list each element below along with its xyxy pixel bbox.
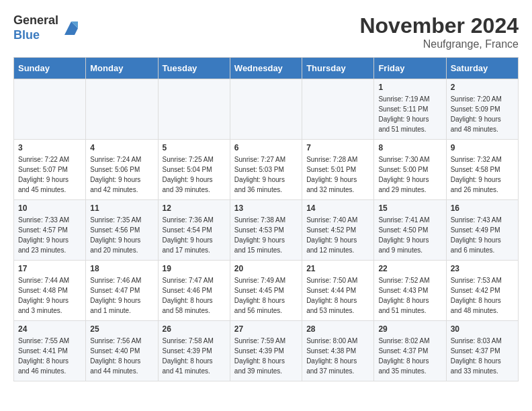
day-number: 16 [451, 203, 514, 213]
day-number: 26 [163, 324, 226, 334]
location: Neufgrange, France [359, 38, 519, 50]
day-number: 13 [234, 203, 298, 213]
day-number: 24 [18, 324, 81, 334]
calendar-cell: 9Sunrise: 7:32 AMSunset: 4:58 PMDaylight… [446, 140, 518, 200]
day-number: 9 [451, 143, 514, 152]
day-number: 6 [234, 143, 298, 152]
day-info: Sunrise: 7:46 AMSunset: 4:47 PMDaylight:… [90, 275, 153, 316]
day-number: 19 [163, 264, 226, 273]
calendar-cell: 30Sunrise: 8:03 AMSunset: 4:37 PMDayligh… [446, 321, 518, 381]
day-number: 23 [451, 264, 514, 273]
day-number: 3 [18, 143, 81, 152]
day-number: 4 [90, 143, 153, 152]
logo-general: General [13, 13, 58, 27]
col-header-sunday: Sunday [14, 58, 86, 79]
calendar-cell [302, 79, 374, 140]
day-info: Sunrise: 8:00 AMSunset: 4:38 PMDaylight:… [306, 336, 369, 376]
calendar-cell: 5Sunrise: 7:25 AMSunset: 5:04 PMDaylight… [158, 140, 230, 200]
calendar-cell: 4Sunrise: 7:24 AMSunset: 5:06 PMDaylight… [86, 140, 158, 200]
day-number: 18 [90, 264, 153, 273]
calendar-table: SundayMondayTuesdayWednesdayThursdayFrid… [13, 57, 519, 381]
calendar-cell [14, 79, 86, 140]
day-number: 22 [378, 264, 441, 273]
col-header-wednesday: Wednesday [230, 58, 302, 79]
day-info: Sunrise: 8:03 AMSunset: 4:37 PMDaylight:… [451, 336, 514, 376]
calendar-cell: 13Sunrise: 7:38 AMSunset: 4:53 PMDayligh… [230, 200, 302, 261]
day-info: Sunrise: 7:33 AMSunset: 4:57 PMDaylight:… [18, 215, 81, 255]
logo: General Blue [13, 13, 81, 42]
day-info: Sunrise: 7:55 AMSunset: 4:41 PMDaylight:… [18, 336, 81, 376]
day-number: 5 [163, 143, 226, 152]
day-info: Sunrise: 7:38 AMSunset: 4:53 PMDaylight:… [234, 215, 298, 255]
day-info: Sunrise: 7:25 AMSunset: 5:04 PMDaylight:… [163, 154, 226, 195]
calendar-cell: 16Sunrise: 7:43 AMSunset: 4:49 PMDayligh… [446, 200, 518, 261]
day-number: 15 [378, 203, 441, 213]
day-info: Sunrise: 7:47 AMSunset: 4:46 PMDaylight:… [163, 275, 226, 316]
calendar-cell: 21Sunrise: 7:50 AMSunset: 4:44 PMDayligh… [302, 261, 374, 321]
day-number: 17 [18, 264, 81, 273]
calendar-cell: 26Sunrise: 7:58 AMSunset: 4:39 PMDayligh… [158, 321, 230, 381]
day-info: Sunrise: 7:32 AMSunset: 4:58 PMDaylight:… [451, 154, 514, 195]
day-number: 20 [234, 264, 298, 273]
day-number: 28 [306, 324, 369, 334]
day-info: Sunrise: 7:36 AMSunset: 4:54 PMDaylight:… [163, 215, 226, 255]
day-info: Sunrise: 7:20 AMSunset: 5:09 PMDaylight:… [451, 94, 514, 134]
calendar-cell: 18Sunrise: 7:46 AMSunset: 4:47 PMDayligh… [86, 261, 158, 321]
calendar-cell: 23Sunrise: 7:53 AMSunset: 4:42 PMDayligh… [446, 261, 518, 321]
week-row-3: 10Sunrise: 7:33 AMSunset: 4:57 PMDayligh… [14, 200, 519, 261]
day-info: Sunrise: 7:53 AMSunset: 4:42 PMDaylight:… [451, 275, 514, 316]
day-number: 7 [306, 143, 369, 152]
calendar-cell: 25Sunrise: 7:56 AMSunset: 4:40 PMDayligh… [86, 321, 158, 381]
day-info: Sunrise: 7:28 AMSunset: 5:01 PMDaylight:… [306, 154, 369, 195]
calendar-cell: 7Sunrise: 7:28 AMSunset: 5:01 PMDaylight… [302, 140, 374, 200]
day-number: 30 [451, 324, 514, 334]
calendar-cell: 24Sunrise: 7:55 AMSunset: 4:41 PMDayligh… [14, 321, 86, 381]
day-number: 11 [90, 203, 153, 213]
calendar-cell: 6Sunrise: 7:27 AMSunset: 5:03 PMDaylight… [230, 140, 302, 200]
calendar-cell: 19Sunrise: 7:47 AMSunset: 4:46 PMDayligh… [158, 261, 230, 321]
day-number: 12 [163, 203, 226, 213]
week-row-1: 1Sunrise: 7:19 AMSunset: 5:11 PMDaylight… [14, 79, 519, 140]
col-header-monday: Monday [86, 58, 158, 79]
logo-blue: Blue [13, 28, 40, 42]
title-block: November 2024 Neufgrange, France [359, 13, 519, 50]
day-info: Sunrise: 7:40 AMSunset: 4:52 PMDaylight:… [306, 215, 369, 255]
day-number: 8 [378, 143, 441, 152]
day-info: Sunrise: 7:30 AMSunset: 5:00 PMDaylight:… [378, 154, 441, 195]
week-row-5: 24Sunrise: 7:55 AMSunset: 4:41 PMDayligh… [14, 321, 519, 381]
calendar-cell [86, 79, 158, 140]
day-info: Sunrise: 7:24 AMSunset: 5:06 PMDaylight:… [90, 154, 153, 195]
week-row-2: 3Sunrise: 7:22 AMSunset: 5:07 PMDaylight… [14, 140, 519, 200]
day-info: Sunrise: 7:41 AMSunset: 4:50 PMDaylight:… [378, 215, 441, 255]
calendar-cell: 10Sunrise: 7:33 AMSunset: 4:57 PMDayligh… [14, 200, 86, 261]
day-number: 14 [306, 203, 369, 213]
day-info: Sunrise: 7:43 AMSunset: 4:49 PMDaylight:… [451, 215, 514, 255]
day-info: Sunrise: 7:27 AMSunset: 5:03 PMDaylight:… [234, 154, 298, 195]
calendar-cell: 29Sunrise: 8:02 AMSunset: 4:37 PMDayligh… [374, 321, 446, 381]
calendar-cell: 15Sunrise: 7:41 AMSunset: 4:50 PMDayligh… [374, 200, 446, 261]
calendar-cell: 20Sunrise: 7:49 AMSunset: 4:45 PMDayligh… [230, 261, 302, 321]
day-info: Sunrise: 7:58 AMSunset: 4:39 PMDaylight:… [163, 336, 226, 376]
week-row-4: 17Sunrise: 7:44 AMSunset: 4:48 PMDayligh… [14, 261, 519, 321]
day-info: Sunrise: 7:19 AMSunset: 5:11 PMDaylight:… [378, 94, 441, 134]
logo-icon [61, 18, 81, 38]
calendar-cell: 14Sunrise: 7:40 AMSunset: 4:52 PMDayligh… [302, 200, 374, 261]
col-header-tuesday: Tuesday [158, 58, 230, 79]
day-number: 25 [90, 324, 153, 334]
calendar-cell: 27Sunrise: 7:59 AMSunset: 4:39 PMDayligh… [230, 321, 302, 381]
day-number: 21 [306, 264, 369, 273]
page-header: General Blue November 2024 Neufgrange, F… [13, 13, 519, 50]
day-number: 29 [378, 324, 441, 334]
calendar-cell: 3Sunrise: 7:22 AMSunset: 5:07 PMDaylight… [14, 140, 86, 200]
day-number: 27 [234, 324, 298, 334]
day-number: 10 [18, 203, 81, 213]
day-info: Sunrise: 7:52 AMSunset: 4:43 PMDaylight:… [378, 275, 441, 316]
day-info: Sunrise: 7:44 AMSunset: 4:48 PMDaylight:… [18, 275, 81, 316]
month-title: November 2024 [359, 13, 519, 38]
col-header-thursday: Thursday [302, 58, 374, 79]
day-info: Sunrise: 7:59 AMSunset: 4:39 PMDaylight:… [234, 336, 298, 376]
calendar-cell [230, 79, 302, 140]
calendar-cell [158, 79, 230, 140]
day-info: Sunrise: 7:22 AMSunset: 5:07 PMDaylight:… [18, 154, 81, 195]
day-info: Sunrise: 7:50 AMSunset: 4:44 PMDaylight:… [306, 275, 369, 316]
